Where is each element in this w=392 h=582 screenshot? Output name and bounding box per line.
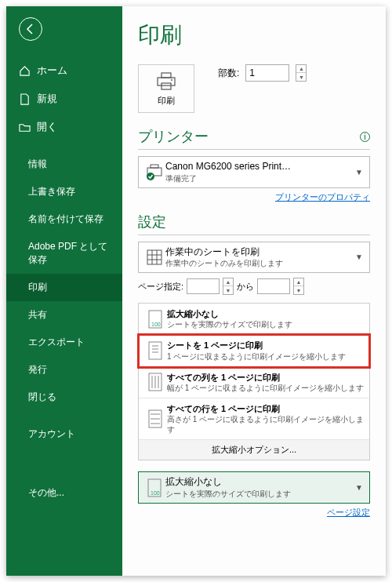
copies-input[interactable] xyxy=(245,64,289,82)
file-icon xyxy=(19,93,31,105)
printer-status-icon xyxy=(143,162,165,181)
page-setup-link[interactable]: ページ設定 xyxy=(138,507,370,518)
nav-share[interactable]: 共有 xyxy=(6,301,122,329)
print-panel: 印刷 印刷 部数: ▲▼ プリンター i xyxy=(122,6,386,576)
option-fit-sheet[interactable]: シートを 1 ページに印刷1 ページに収まるように印刷イメージを縮小します xyxy=(139,335,369,366)
page-from-input[interactable] xyxy=(187,278,220,294)
nav-open[interactable]: 開く xyxy=(6,113,122,141)
page-fit-icon xyxy=(143,340,167,361)
svg-point-6 xyxy=(147,173,154,180)
svg-rect-14 xyxy=(149,342,162,359)
scaling-options-more[interactable]: 拡大縮小オプション... xyxy=(139,440,369,460)
print-scope-dropdown[interactable]: 作業中のシートを印刷 作業中のシートのみを印刷します ▼ xyxy=(138,242,370,274)
nav-other[interactable]: その他... xyxy=(6,479,122,507)
nav-export[interactable]: エクスポート xyxy=(6,329,122,356)
svg-rect-0 xyxy=(162,73,171,78)
nav-adobe-pdf[interactable]: Adobe PDF として保存 xyxy=(6,233,122,274)
svg-rect-2 xyxy=(162,83,171,89)
page-range-row: ページ指定: ▲▼ から ▲▼ xyxy=(138,278,370,295)
chevron-down-icon: ▼ xyxy=(355,253,365,261)
nav-print[interactable]: 印刷 xyxy=(6,274,122,301)
chevron-down-icon: ▼ xyxy=(355,168,365,176)
copies-spinner[interactable]: ▲▼ xyxy=(296,64,307,82)
printer-name: Canon MG6200 series Print… xyxy=(165,161,355,173)
svg-rect-5 xyxy=(151,165,158,168)
option-fit-rows[interactable]: すべての行を 1 ページに印刷高さが 1 ページに収まるように印刷イメージを縮小… xyxy=(139,398,369,440)
nav-account[interactable]: アカウント xyxy=(6,420,122,448)
svg-point-3 xyxy=(171,79,172,81)
info-icon[interactable]: i xyxy=(360,132,370,142)
printer-section-title: プリンター i xyxy=(138,127,370,150)
svg-text:100: 100 xyxy=(151,322,161,327)
page-to-input[interactable] xyxy=(257,278,290,294)
nav-publish[interactable]: 発行 xyxy=(6,356,122,384)
option-no-scaling[interactable]: 100 拡大縮小なしシートを実際のサイズで印刷します xyxy=(139,304,369,335)
scaling-options-list: 100 拡大縮小なしシートを実際のサイズで印刷します シートを 1 ページに印刷… xyxy=(138,303,370,460)
home-icon xyxy=(19,65,31,77)
page-rows-icon xyxy=(143,403,167,435)
sheet-icon xyxy=(143,248,165,267)
nav-close[interactable]: 閉じる xyxy=(6,384,122,411)
nav-label: 開く xyxy=(37,120,57,134)
svg-text:100: 100 xyxy=(151,490,160,496)
settings-section-title: 設定 xyxy=(138,213,370,235)
backstage-sidebar: ホーム 新規 開く 情報 上書き保存 名前を付けて保存 Adobe PDF とし… xyxy=(6,6,122,576)
nav-home[interactable]: ホーム xyxy=(6,56,122,85)
scaling-dropdown[interactable]: 100 拡大縮小なし シートを実際のサイズで印刷します ▼ xyxy=(138,471,370,504)
page-icon: 100 xyxy=(143,308,167,329)
print-button-label: 印刷 xyxy=(158,95,175,107)
svg-rect-1 xyxy=(158,78,175,85)
nav-save[interactable]: 上書き保存 xyxy=(6,178,122,206)
page-cols-icon xyxy=(143,372,167,393)
copies-label: 部数: xyxy=(218,67,239,80)
nav-new[interactable]: 新規 xyxy=(6,85,122,113)
page-to-spinner[interactable]: ▲▼ xyxy=(293,278,304,295)
page-from-spinner[interactable]: ▲▼ xyxy=(223,278,234,295)
page-icon: 100 xyxy=(143,478,165,497)
printer-properties-link[interactable]: プリンターのプロパティ xyxy=(138,191,370,203)
back-arrow-icon xyxy=(24,23,37,35)
nav-label: ホーム xyxy=(37,64,67,78)
svg-rect-7 xyxy=(147,250,162,264)
print-button[interactable]: 印刷 xyxy=(138,64,194,113)
printer-icon xyxy=(155,71,177,92)
back-button[interactable] xyxy=(19,17,42,41)
nav-saveas[interactable]: 名前を付けて保存 xyxy=(6,206,122,233)
nav-label: 新規 xyxy=(37,92,57,106)
printer-dropdown[interactable]: Canon MG6200 series Print… 準備完了 ▼ xyxy=(138,156,370,188)
chevron-down-icon: ▼ xyxy=(355,483,365,492)
nav-info[interactable]: 情報 xyxy=(6,151,122,178)
page-title: 印刷 xyxy=(138,20,370,50)
printer-status: 準備完了 xyxy=(165,173,355,184)
folder-icon xyxy=(19,122,31,133)
option-fit-columns[interactable]: すべての列を 1 ページに印刷幅が 1 ページに収まるように印刷イメージを縮小し… xyxy=(139,367,369,398)
